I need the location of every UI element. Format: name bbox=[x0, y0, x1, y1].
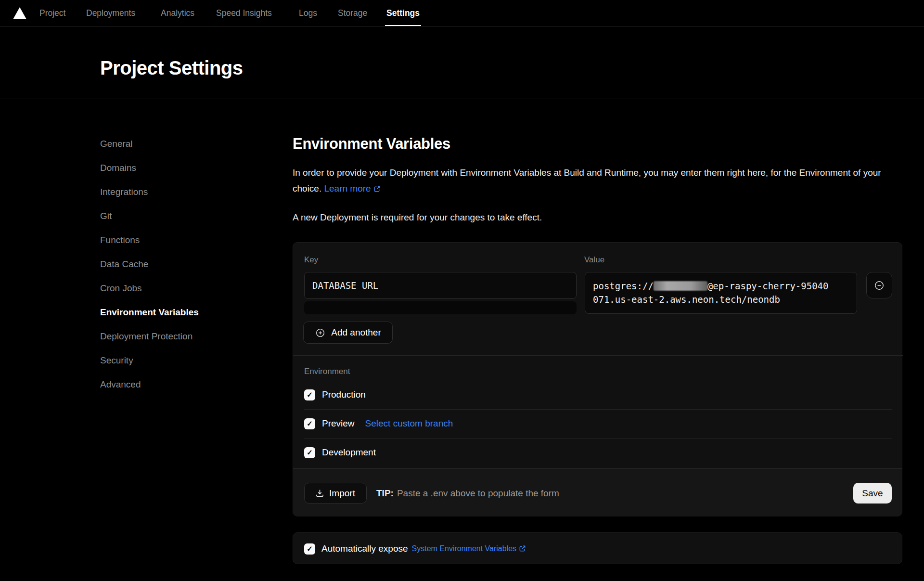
add-another-button[interactable]: Add another bbox=[303, 322, 393, 344]
sidebar-item-environment-variables[interactable]: Environment Variables bbox=[100, 300, 244, 324]
tip-prefix: TIP: bbox=[376, 488, 394, 499]
page-header: Project Settings bbox=[0, 27, 924, 99]
circle-minus-icon bbox=[873, 280, 885, 291]
production-checkbox[interactable]: ✓ bbox=[304, 389, 315, 400]
environment-variables-card: Key Value postgres://@ep-raspy-cherry-95… bbox=[293, 242, 902, 516]
vercel-logo-icon[interactable] bbox=[13, 7, 26, 19]
nav-item-settings[interactable]: Settings bbox=[386, 0, 420, 26]
import-tip: TIP: Paste a .env above to populate the … bbox=[376, 483, 559, 504]
key-input-next-row[interactable] bbox=[304, 301, 577, 314]
settings-sidebar: General Domains Integrations Git Functio… bbox=[100, 132, 244, 397]
preview-checkbox[interactable]: ✓ bbox=[304, 418, 315, 429]
tip-text: Paste a .env above to populate the form bbox=[397, 488, 559, 499]
environment-row-production: ✓ Production bbox=[304, 389, 366, 400]
sidebar-item-integrations[interactable]: Integrations bbox=[100, 180, 244, 204]
system-env-checkbox[interactable]: ✓ bbox=[304, 543, 315, 555]
import-button[interactable]: Import bbox=[304, 483, 367, 504]
download-icon bbox=[316, 489, 324, 497]
system-env-row: ✓ Automatically expose System Environmen… bbox=[304, 533, 526, 565]
card-footer: Import TIP: Paste a .env above to popula… bbox=[293, 468, 902, 516]
checkmark-icon: ✓ bbox=[307, 448, 313, 457]
value-label: Value bbox=[584, 255, 604, 265]
development-label: Development bbox=[322, 447, 376, 458]
divider bbox=[304, 409, 892, 410]
page-title: Project Settings bbox=[100, 57, 243, 79]
key-input[interactable] bbox=[304, 272, 577, 299]
key-label: Key bbox=[304, 255, 318, 265]
sidebar-item-security[interactable]: Security bbox=[100, 349, 244, 373]
redacted-value-block bbox=[654, 281, 707, 291]
nav-item-analytics[interactable]: Analytics bbox=[161, 0, 194, 26]
add-another-label: Add another bbox=[331, 327, 381, 338]
sidebar-item-general[interactable]: General bbox=[100, 132, 244, 156]
sidebar-item-cron-jobs[interactable]: Cron Jobs bbox=[100, 276, 244, 300]
system-env-card: ✓ Automatically expose System Environmen… bbox=[293, 532, 902, 564]
preview-label: Preview bbox=[322, 418, 355, 429]
divider bbox=[293, 355, 903, 356]
sidebar-item-data-cache[interactable]: Data Cache bbox=[100, 252, 244, 276]
section-title: Environment Variables bbox=[293, 135, 450, 153]
nav-item-logs[interactable]: Logs bbox=[299, 0, 317, 26]
sidebar-item-domains[interactable]: Domains bbox=[100, 156, 244, 180]
sidebar-item-deployment-protection[interactable]: Deployment Protection bbox=[100, 324, 244, 349]
learn-more-link[interactable]: Learn more bbox=[324, 183, 380, 194]
top-navigation: Project Deployments Analytics Speed Insi… bbox=[0, 0, 924, 27]
value-line-1: postgres://@ep-raspy-cherry-95040 bbox=[593, 279, 849, 293]
nav-item-speed-insights[interactable]: Speed Insights bbox=[216, 0, 272, 26]
circle-plus-icon bbox=[315, 327, 326, 338]
external-link-icon bbox=[519, 545, 526, 552]
environment-label: Environment bbox=[304, 367, 350, 376]
section-description: In order to provide your Deployment with… bbox=[293, 165, 892, 196]
checkmark-icon: ✓ bbox=[307, 544, 313, 553]
sidebar-item-git[interactable]: Git bbox=[100, 204, 244, 228]
value-input[interactable]: postgres://@ep-raspy-cherry-95040 071.us… bbox=[585, 272, 857, 314]
environment-row-development: ✓ Development bbox=[304, 447, 376, 458]
select-custom-branch-link[interactable]: Select custom branch bbox=[365, 418, 453, 429]
value-line-2: 071.us-east-2.aws.neon.tech/neondb bbox=[593, 293, 849, 306]
nav-item-project[interactable]: Project bbox=[39, 0, 65, 26]
checkmark-icon: ✓ bbox=[307, 419, 313, 428]
development-checkbox[interactable]: ✓ bbox=[304, 447, 315, 458]
external-link-icon bbox=[373, 185, 381, 193]
sidebar-item-functions[interactable]: Functions bbox=[100, 228, 244, 252]
divider bbox=[304, 438, 892, 439]
save-button[interactable]: Save bbox=[853, 483, 892, 504]
deployment-note: A new Deployment is required for your ch… bbox=[293, 212, 542, 223]
checkmark-icon: ✓ bbox=[307, 390, 313, 399]
description-text: In order to provide your Deployment with… bbox=[293, 168, 881, 194]
remove-row-button[interactable] bbox=[866, 272, 892, 298]
sidebar-item-advanced[interactable]: Advanced bbox=[100, 373, 244, 397]
system-env-text: Automatically expose bbox=[321, 543, 408, 554]
environment-row-preview: ✓ Preview Select custom branch bbox=[304, 418, 453, 429]
system-env-variables-link[interactable]: System Environment Variables bbox=[412, 544, 526, 553]
nav-item-deployments[interactable]: Deployments bbox=[86, 0, 135, 26]
nav-item-storage[interactable]: Storage bbox=[338, 0, 367, 26]
import-label: Import bbox=[329, 488, 355, 499]
production-label: Production bbox=[322, 389, 366, 400]
